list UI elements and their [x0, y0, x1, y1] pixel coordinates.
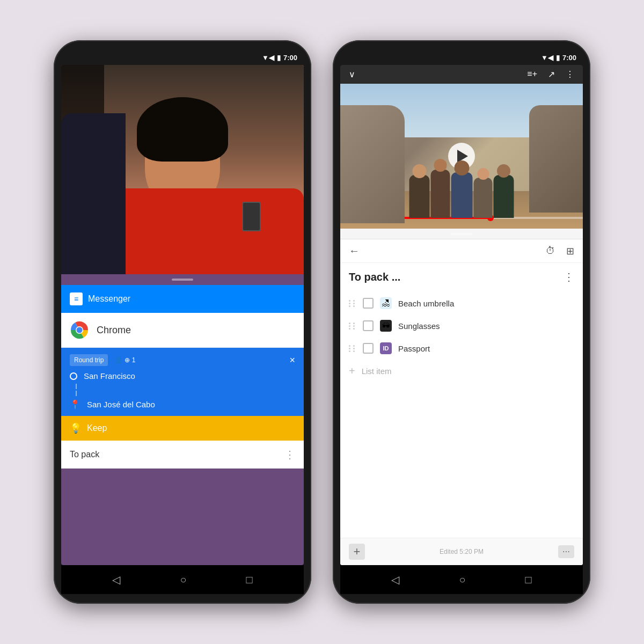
to-pin-icon: 📍: [70, 399, 80, 409]
nav-recents-btn-right[interactable]: □: [525, 574, 531, 586]
time-display: 7:00: [283, 54, 297, 62]
topack-label: To pack: [70, 450, 99, 459]
list-item: 🕶 Sunglasses: [340, 314, 583, 337]
messenger-icon: ≡: [70, 292, 83, 305]
to-city: San José del Cabo: [87, 400, 155, 409]
signal-icon: ▼◀: [262, 54, 274, 62]
sunglasses-icon: 🕶: [380, 320, 392, 332]
notes-clock-icon[interactable]: ⏱: [546, 245, 555, 257]
messenger-header[interactable]: ≡ Messenger: [61, 285, 304, 313]
messenger-label: Messenger: [88, 294, 130, 304]
from-city: San Francisco: [84, 371, 135, 380]
item-text-2: Sunglasses: [398, 321, 440, 331]
notes-footer-more-btn[interactable]: ⋯: [558, 545, 574, 558]
chrome-logo-icon: [70, 320, 89, 340]
left-phone-screen: ≡ Messenger: [61, 65, 304, 565]
youtube-section: ∨ ≡+ ↗ ⋮: [340, 65, 583, 229]
signal-icon-right: ▼◀: [541, 54, 553, 62]
notes-handle: [340, 229, 583, 239]
notes-action-icons: ⏱ ⊞: [546, 245, 574, 257]
nav-recents-btn[interactable]: □: [246, 574, 252, 586]
yt-collapse-btn[interactable]: ∨: [349, 69, 355, 79]
video-face-bg: [61, 65, 304, 274]
drag-handle-icon: [349, 300, 356, 307]
left-status-icons: ▼◀ ▮ 7:00: [262, 54, 297, 62]
chrome-label: Chrome: [97, 325, 131, 336]
keep-row[interactable]: 💡 Keep: [61, 416, 304, 441]
list-item: 🏖 Beach umbrella: [340, 292, 583, 314]
keep-icon: 💡: [70, 422, 82, 434]
route-line-1: [76, 384, 77, 389]
left-phone: ▼◀ ▮ 7:00: [54, 40, 311, 604]
flight-from: San Francisco: [70, 371, 295, 380]
checkbox-2[interactable]: [363, 320, 374, 331]
yt-more-icon[interactable]: ⋮: [566, 69, 574, 79]
notes-footer-add-btn[interactable]: +: [349, 544, 365, 560]
left-video-section: [61, 65, 304, 274]
notes-toolbar: ← ⏱ ⊞: [340, 239, 583, 263]
passport-icon: ID: [380, 342, 392, 354]
app-switcher: ≡ Messenger: [61, 274, 304, 565]
checkbox-1[interactable]: [363, 298, 374, 309]
right-status-icons: ▼◀ ▮ 7:00: [541, 54, 576, 62]
add-item-row[interactable]: + List item: [340, 360, 583, 383]
yt-action-icons: ≡+ ↗ ⋮: [527, 69, 574, 79]
left-status-bar: ▼◀ ▮ 7:00: [61, 50, 304, 65]
app-handle: [61, 274, 304, 285]
round-trip-btn[interactable]: Round trip: [70, 354, 108, 366]
from-dot-icon: [70, 372, 77, 380]
yt-queue-icon[interactable]: ≡+: [527, 69, 537, 79]
right-phone: ▼◀ ▮ 7:00 ∨ ≡+ ↗ ⋮: [333, 40, 590, 604]
topack-row[interactable]: To pack ⋮: [61, 441, 304, 469]
flights-close-btn[interactable]: ×: [289, 355, 295, 366]
nav-back-btn-right[interactable]: ◁: [391, 573, 399, 586]
drag-handle-icon: [349, 323, 356, 330]
yt-video-thumb[interactable]: 0:42 1:11 ⛶: [340, 84, 583, 229]
notes-menu-btn[interactable]: ⋮: [564, 270, 574, 283]
beach-umbrella-icon: 🏖: [380, 297, 392, 309]
notes-archive-icon[interactable]: ⊞: [566, 245, 574, 257]
right-status-bar: ▼◀ ▮ 7:00: [340, 50, 583, 65]
nav-back-btn[interactable]: ◁: [112, 573, 120, 586]
battery-icon: ▮: [277, 54, 281, 62]
nav-home-btn-right[interactable]: ○: [459, 574, 465, 586]
yt-share-icon[interactable]: ↗: [548, 69, 555, 79]
notes-handle-bar: [451, 233, 472, 235]
notes-footer: + Edited 5:20 PM ⋯: [340, 538, 583, 565]
passengers-count: 👤 ⊕ 1: [114, 356, 135, 364]
notes-title-row: To pack ... ⋮: [340, 263, 583, 288]
notes-title: To pack ...: [349, 271, 400, 283]
time-display-right: 7:00: [562, 54, 576, 62]
list-item: ID Passport: [340, 337, 583, 360]
person-icon: 👤: [114, 356, 122, 364]
right-phone-nav: ◁ ○ □: [340, 565, 583, 594]
drag-handle-icon: [349, 345, 356, 352]
battery-icon-right: ▮: [556, 54, 560, 62]
notes-edited-text: Edited 5:20 PM: [440, 548, 484, 555]
chrome-row[interactable]: Chrome: [61, 313, 304, 348]
flights-top-row: Round trip 👤 ⊕ 1 ×: [70, 354, 295, 366]
switcher-card: ≡ Messenger: [61, 285, 304, 469]
nav-home-btn[interactable]: ○: [180, 574, 186, 586]
route-line-2: [76, 391, 77, 396]
notes-back-btn[interactable]: ←: [349, 245, 360, 257]
left-phone-nav: ◁ ○ □: [61, 565, 304, 594]
item-text-1: Beach umbrella: [398, 299, 454, 308]
checkbox-3[interactable]: [363, 343, 374, 354]
item-text-3: Passport: [398, 344, 430, 353]
add-item-placeholder: List item: [362, 367, 392, 376]
yt-mini-controls: ∨ ≡+ ↗ ⋮: [340, 65, 583, 84]
keep-label: Keep: [87, 423, 107, 433]
phones-container: ▼◀ ▮ 7:00: [54, 40, 590, 604]
notes-panel: ← ⏱ ⊞ To pack ... ⋮: [340, 229, 583, 565]
topack-menu-icon[interactable]: ⋮: [284, 448, 295, 461]
flight-route: San Francisco 📍 San José del Cabo: [70, 371, 295, 409]
add-item-plus-icon: +: [349, 365, 355, 377]
flight-to: 📍 San José del Cabo: [70, 399, 295, 409]
right-phone-screen: ∨ ≡+ ↗ ⋮: [340, 65, 583, 565]
checklist: 🏖 Beach umbrella 🕶 Sunglasses: [340, 288, 583, 538]
handle-bar: [172, 279, 193, 281]
svg-point-2: [77, 327, 83, 333]
flights-card[interactable]: Round trip 👤 ⊕ 1 × San Fra: [61, 348, 304, 416]
